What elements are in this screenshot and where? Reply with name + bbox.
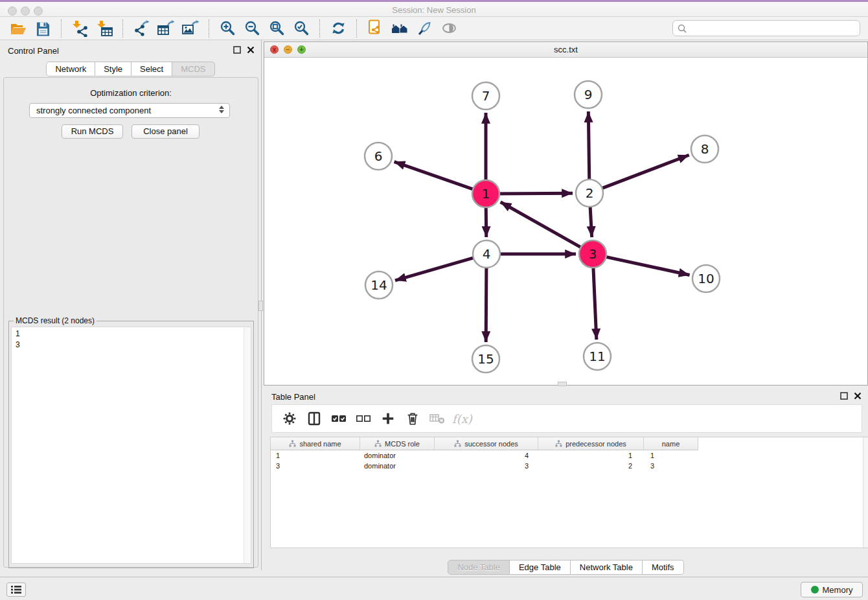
result-scrollbar[interactable] (244, 327, 251, 563)
column-header-shared-name[interactable]: shared name (271, 437, 360, 450)
select-all-icon[interactable] (330, 410, 347, 427)
node-1[interactable]: 1 (472, 180, 499, 207)
column-header-successor-nodes[interactable]: successor nodes (435, 437, 538, 450)
svg-text:15: 15 (477, 351, 494, 367)
task-history-button[interactable] (6, 583, 26, 597)
new-network-from-selection-icon[interactable] (365, 19, 385, 38)
run-mcds-button[interactable]: Run MCDS (62, 124, 123, 139)
edge-3-10[interactable] (599, 255, 690, 275)
node-15[interactable]: 15 (472, 345, 499, 373)
tab-select[interactable]: Select (131, 62, 172, 76)
deselect-all-icon[interactable] (355, 410, 372, 427)
tab-edge-table[interactable]: Edge Table (510, 560, 571, 575)
table-cell[interactable]: 1 (644, 450, 698, 461)
column-header-predecessor-nodes[interactable]: predecessor nodes (538, 437, 644, 450)
node-6[interactable]: 6 (365, 143, 392, 170)
table-cell[interactable]: 3 (644, 461, 698, 471)
control-panel-tabs: Network Style Select MCDS (0, 62, 261, 76)
close-panel-button[interactable]: Close panel (131, 124, 200, 139)
show-hide-graphics-icon[interactable] (439, 19, 459, 38)
node-table: shared nameMCDS rolesuccessor nodesprede… (270, 437, 868, 548)
table-cell[interactable]: dominator (360, 461, 435, 471)
zoom-in-icon[interactable] (218, 19, 237, 38)
function-builder-icon[interactable]: f(x) (452, 412, 472, 426)
table-cell[interactable]: 4 (435, 450, 538, 461)
table-cell[interactable]: 1 (271, 450, 360, 461)
node-9[interactable]: 9 (575, 81, 602, 108)
tab-network-table[interactable]: Network Table (571, 560, 643, 575)
toolbar-separator (356, 19, 357, 38)
import-network-icon[interactable] (70, 19, 89, 38)
export-image-icon[interactable] (181, 19, 200, 38)
table-scrollbar[interactable] (863, 437, 868, 548)
optimization-criterion-select[interactable]: strongly connected component (29, 103, 230, 118)
table-row[interactable]: 3dominator323 (271, 461, 868, 471)
tab-motifs[interactable]: Motifs (643, 560, 684, 575)
show-columns-icon[interactable] (306, 410, 323, 427)
table-cell[interactable]: dominator (360, 450, 435, 461)
network-window-title: scc.txt (264, 45, 867, 54)
tab-network[interactable]: Network (46, 62, 95, 76)
search-icon (677, 23, 687, 34)
node-8[interactable]: 8 (691, 135, 718, 163)
node-4[interactable]: 4 (473, 240, 500, 268)
node-3[interactable]: 3 (579, 240, 606, 268)
node-7[interactable]: 7 (472, 82, 499, 110)
apply-style-icon[interactable] (415, 19, 434, 38)
tab-node-table[interactable]: Node Table (448, 560, 510, 575)
add-row-icon[interactable] (380, 410, 396, 427)
edge-2-9[interactable] (588, 111, 589, 187)
delete-table-icon[interactable] (429, 410, 446, 427)
first-neighbors-icon[interactable] (390, 19, 409, 38)
table-options-icon[interactable] (281, 410, 298, 427)
close-panel-icon[interactable] (247, 46, 255, 54)
tab-mcds[interactable]: MCDS (172, 62, 214, 76)
table-cell[interactable]: 3 (435, 461, 538, 471)
table-cell[interactable]: 2 (538, 461, 644, 471)
window-titlebar: Session: New Session (0, 0, 868, 17)
close-panel-icon[interactable] (854, 392, 862, 400)
apply-layout-icon[interactable] (328, 19, 348, 38)
float-panel-icon[interactable] (840, 392, 848, 400)
column-header-MCDS-role[interactable]: MCDS role (360, 437, 435, 450)
node-2[interactable]: 2 (576, 179, 603, 207)
edge-1-6[interactable] (394, 162, 480, 192)
panel-splitter-grip[interactable] (258, 301, 263, 311)
node-11[interactable]: 11 (584, 343, 611, 370)
edge-2-8[interactable] (595, 155, 689, 190)
search-input[interactable] (687, 22, 860, 35)
shared-column-icon (374, 440, 382, 447)
float-panel-icon[interactable] (233, 46, 241, 54)
table-cell[interactable]: 3 (271, 461, 360, 471)
delete-row-icon[interactable] (404, 410, 421, 427)
zoom-selected-icon[interactable] (291, 19, 311, 38)
mcds-result-group: MCDS result (2 nodes) 13 (8, 321, 254, 568)
edge-3-11[interactable] (593, 260, 596, 340)
edge-4-15[interactable] (486, 260, 486, 342)
network-canvas[interactable]: 7968124314101511 (264, 58, 867, 386)
export-table-icon[interactable] (156, 19, 176, 38)
optimization-criterion-label: Optimization criterion: (4, 88, 258, 98)
edge-3-1[interactable] (501, 202, 588, 251)
mcds-result-text[interactable]: 13 (11, 327, 251, 564)
save-session-icon[interactable] (33, 19, 52, 38)
import-table-icon[interactable] (95, 19, 114, 38)
column-header-name[interactable]: name (644, 437, 698, 450)
memory-label: Memory (823, 585, 853, 595)
open-session-icon[interactable] (8, 19, 28, 38)
node-14[interactable]: 14 (365, 271, 393, 299)
edge-4-14[interactable] (395, 256, 480, 281)
search-field[interactable] (672, 20, 860, 36)
edge-1-2[interactable] (492, 193, 573, 194)
zoom-fit-icon[interactable] (267, 19, 286, 38)
network-window-titlebar[interactable]: x − + scc.txt (264, 42, 867, 58)
table-header-row: shared nameMCDS rolesuccessor nodesprede… (271, 437, 868, 450)
tab-style[interactable]: Style (95, 62, 131, 76)
zoom-out-icon[interactable] (242, 19, 262, 38)
export-network-icon[interactable] (131, 19, 151, 38)
network-table-splitter-grip[interactable] (558, 382, 567, 386)
table-row[interactable]: 1dominator411 (271, 450, 868, 461)
node-10[interactable]: 10 (692, 265, 720, 292)
table-cell[interactable]: 1 (538, 450, 644, 461)
memory-button[interactable]: Memory (801, 582, 863, 597)
